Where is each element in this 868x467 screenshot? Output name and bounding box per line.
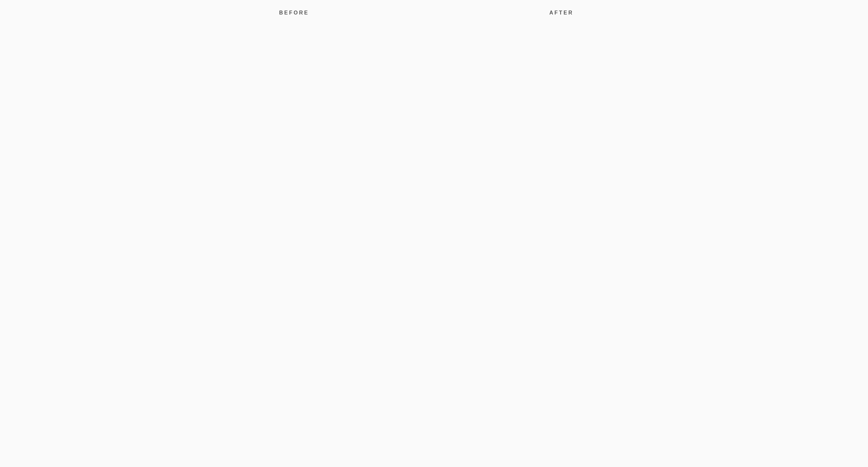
- before-heading: BEFORE: [279, 10, 309, 16]
- after-heading: AFTER: [549, 10, 574, 16]
